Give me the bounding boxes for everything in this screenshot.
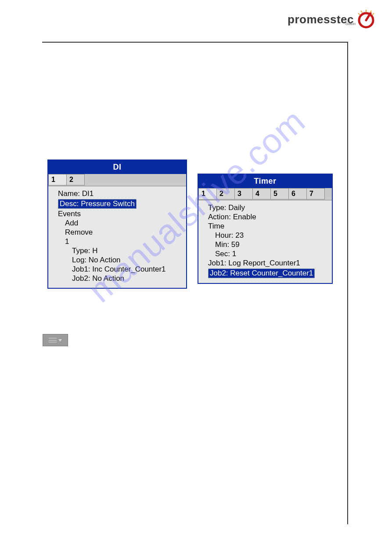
di-tab-1[interactable]: 1 [48, 174, 67, 185]
timer-min[interactable]: Min: 59 [202, 240, 328, 249]
logo-text: promesstec [288, 13, 354, 26]
timer-hour[interactable]: Hour: 23 [202, 231, 328, 240]
logo-mark-icon [356, 9, 377, 30]
timer-job1[interactable]: Job1: Log Report_Counter1 [202, 259, 328, 268]
logo-sub: GmbH [345, 22, 356, 26]
timer-sec[interactable]: Sec: 1 [202, 250, 328, 258]
timer-tab-4[interactable]: 4 [252, 188, 271, 200]
timer-time[interactable]: Time [202, 222, 328, 231]
di-name[interactable]: Name: DI1 [52, 189, 183, 198]
di-title: DI [48, 160, 186, 174]
timer-tab-6[interactable]: 6 [288, 188, 307, 200]
menu-button[interactable] [43, 334, 68, 346]
di-events[interactable]: Events [52, 210, 183, 218]
di-job1[interactable]: Job1: Inc Counter_Counter1 [52, 265, 183, 274]
timer-tab-2[interactable]: 2 [216, 188, 235, 200]
svg-line-5 [361, 11, 362, 13]
timer-tab-5[interactable]: 5 [270, 188, 289, 200]
timer-type[interactable]: Type: Daily [202, 203, 328, 212]
timer-tab-3[interactable]: 3 [234, 188, 253, 200]
timer-tab-7[interactable]: 7 [306, 188, 325, 200]
di-tree: Name: DI1 Desc: Pressure Switch Events A… [48, 186, 186, 288]
di-tabbar: 1 2 [48, 174, 186, 186]
di-log[interactable]: Log: No Action [52, 256, 183, 265]
di-type[interactable]: Type: H [52, 247, 183, 255]
di-event-1[interactable]: 1 [52, 237, 183, 246]
timer-tree: Type: Daily Action: Enable Time Hour: 23… [198, 200, 332, 283]
di-panel: DI 1 2 Name: DI1 Desc: Pressure Switch E… [47, 160, 187, 289]
di-job2[interactable]: Job2: No Action [52, 274, 183, 283]
svg-line-2 [358, 13, 360, 15]
logo: promesstec GmbH [288, 9, 377, 30]
timer-tabbar: 1 2 3 4 5 6 7 [198, 188, 332, 200]
di-add[interactable]: Add [52, 219, 183, 228]
di-desc[interactable]: Desc: Pressure Switch [58, 199, 137, 209]
di-tab-2[interactable]: 2 [66, 174, 85, 185]
timer-title: Timer [198, 174, 332, 188]
menu-lines-icon [49, 338, 57, 342]
timer-panel: Timer 1 2 3 4 5 6 7 Type: Daily Action: … [198, 174, 333, 284]
svg-line-3 [372, 13, 374, 15]
timer-action[interactable]: Action: Enable [202, 213, 328, 221]
timer-tab-1[interactable]: 1 [198, 188, 217, 200]
timer-job2[interactable]: Job2: Reset Counter_Counter1 [208, 268, 315, 278]
dropdown-arrow-icon [58, 339, 62, 341]
di-remove[interactable]: Remove [52, 228, 183, 237]
